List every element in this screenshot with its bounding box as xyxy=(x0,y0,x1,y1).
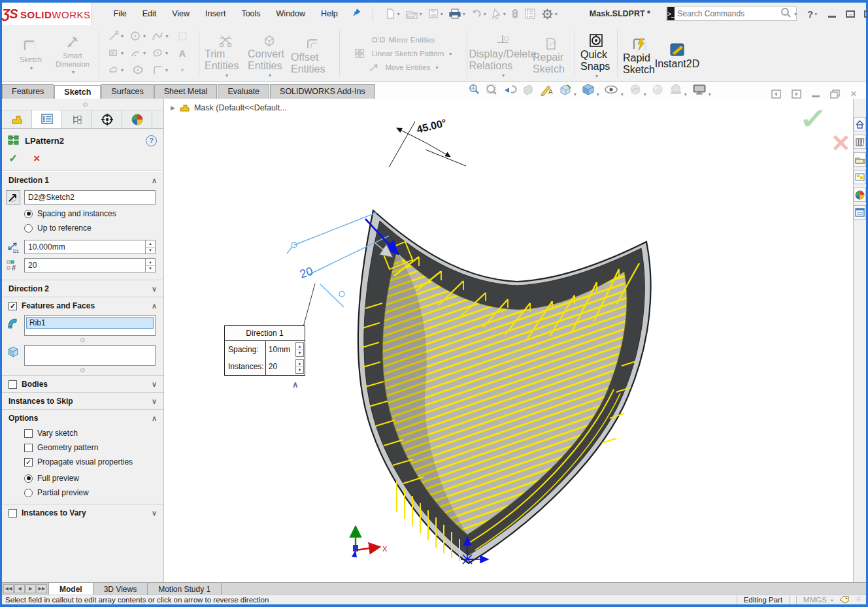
circle-tool-button[interactable]: ▾ xyxy=(127,31,149,42)
tab-surfaces[interactable]: Surfaces xyxy=(101,84,153,99)
features-list-resize-grip[interactable] xyxy=(80,338,85,342)
ellipse-tool-button[interactable]: ▾ xyxy=(149,48,171,59)
help-dropdown-icon[interactable]: ▾ xyxy=(814,11,817,17)
units-selector[interactable]: MMGS▴ xyxy=(803,596,833,604)
search-scope-icon[interactable]: >_ xyxy=(667,7,675,20)
hide-show-items-button[interactable]: ▾ xyxy=(628,83,646,99)
display-style-dropdown-icon[interactable]: ▾ xyxy=(621,91,624,97)
instances-skip-header[interactable]: Instances to Skip∨ xyxy=(2,392,163,409)
shield-model[interactable] xyxy=(358,210,651,563)
convert-entities-button[interactable]: Convert Entities▾ xyxy=(248,29,291,78)
save-dropdown-icon[interactable]: ▾ xyxy=(441,11,443,17)
tab-nav-last[interactable]: ▶▶ xyxy=(37,584,47,593)
move-entities-button[interactable]: Move Entities▾ xyxy=(368,63,438,72)
point-tool-button[interactable] xyxy=(171,67,193,73)
reverse-direction-button[interactable] xyxy=(6,190,20,205)
menu-tools[interactable]: Tools xyxy=(235,7,267,21)
confirm-corner-ok-icon[interactable]: ✓ xyxy=(799,102,827,135)
resize-grip[interactable]: ⠿ xyxy=(856,597,861,603)
direction2-expand-icon[interactable]: ∨ xyxy=(152,285,157,293)
features-faces-checkbox[interactable]: ✓ xyxy=(8,302,17,310)
mirror-entities-button[interactable]: Mirror Entities xyxy=(372,35,435,44)
line-tool-button[interactable]: ▾ xyxy=(105,31,127,42)
smart-dimension-button[interactable]: Smart Dimension▾ xyxy=(52,32,93,75)
undo-dropdown-icon[interactable]: ▾ xyxy=(484,11,486,17)
section-dropdown-icon[interactable]: ▾ xyxy=(574,91,576,97)
trim-dropdown-icon[interactable]: ▾ xyxy=(225,73,228,78)
quick-snaps-dropdown-icon[interactable]: ▾ xyxy=(595,73,598,79)
direction1-collapse-icon[interactable]: ∧ xyxy=(152,176,157,185)
rectangle-tool-button[interactable]: ▾ xyxy=(105,48,127,59)
spacing-input[interactable]: 10.000mm▲▼ xyxy=(24,240,156,254)
span-displays-button[interactable]: ↔ xyxy=(846,10,855,18)
mouse-gesture-icon[interactable] xyxy=(509,7,521,21)
3d-views-tab[interactable]: 3D Views xyxy=(93,583,148,595)
relations-dropdown-icon[interactable]: ▾ xyxy=(502,73,505,78)
view-palette-icon[interactable] xyxy=(854,170,866,184)
design-library-icon[interactable] xyxy=(854,135,866,149)
tag-icon[interactable] xyxy=(839,596,850,604)
pin-menu-icon[interactable] xyxy=(351,8,361,20)
convert-dropdown-icon[interactable]: ▾ xyxy=(269,73,271,78)
tab-sketch[interactable]: Sketch xyxy=(54,85,101,99)
tree-expand-icon[interactable]: ▶ xyxy=(171,105,175,111)
select-dropdown-icon[interactable]: ▾ xyxy=(503,11,506,17)
menu-insert[interactable]: Insert xyxy=(199,7,232,21)
maximize-button[interactable] xyxy=(864,10,868,18)
doc-restore-icon[interactable] xyxy=(830,90,840,99)
previous-view-button[interactable] xyxy=(503,83,517,99)
display-delete-relations-button[interactable]: Display/Delete Relations▾ xyxy=(473,29,533,78)
pattern-direction-field[interactable]: D2@Sketch2 xyxy=(24,190,156,205)
bodies-header[interactable]: Bodies∨ xyxy=(2,375,163,392)
repair-sketch-button[interactable]: Repair Sketch xyxy=(533,33,569,75)
options-header[interactable]: Options∧ xyxy=(2,409,163,426)
propagate-visual-properties-option[interactable]: ✓Propagate visual properties xyxy=(2,455,163,469)
edit-appearance-button[interactable] xyxy=(651,83,664,99)
configuration-manager-tab[interactable] xyxy=(62,110,92,128)
arc-tool-button[interactable]: ▾ xyxy=(127,48,149,59)
options-collapse-icon[interactable]: ∧ xyxy=(152,414,157,423)
new-document-button[interactable]: ▾ xyxy=(382,7,402,21)
features-to-pattern-list[interactable]: Rib1 xyxy=(24,315,156,336)
view-settings-dropdown-icon[interactable]: ▾ xyxy=(709,91,711,97)
tab-evaluate[interactable]: Evaluate xyxy=(218,84,269,99)
quick-snaps-button[interactable]: Quick Snaps▾ xyxy=(580,29,612,79)
pm-cancel-button[interactable]: × xyxy=(33,152,40,165)
property-manager-tab[interactable] xyxy=(32,110,62,128)
display-manager-tab[interactable] xyxy=(122,110,152,128)
tab-nav-prev[interactable]: ◀ xyxy=(14,584,25,593)
text-tool-button[interactable]: A xyxy=(171,48,193,59)
minimize-button[interactable] xyxy=(828,11,836,18)
section-tools-button[interactable]: ▾ xyxy=(558,83,576,99)
orientation-dropdown-icon[interactable]: ▾ xyxy=(597,91,599,97)
view-settings-button[interactable]: ▾ xyxy=(692,83,711,99)
section-view-button[interactable] xyxy=(522,83,535,99)
partial-preview-option[interactable]: Partial preview xyxy=(2,485,163,500)
instance-count-input[interactable]: 20▲▼ xyxy=(24,258,156,272)
menu-view[interactable]: View xyxy=(165,7,196,21)
faces-to-pattern-list[interactable] xyxy=(24,345,156,366)
print-dropdown-icon[interactable]: ▾ xyxy=(463,11,465,17)
instances-vary-checkbox[interactable] xyxy=(8,509,17,517)
home-icon[interactable] xyxy=(854,117,866,131)
confirm-corner-cancel-icon[interactable]: × xyxy=(832,125,850,160)
spline-tool-button[interactable]: ▾ xyxy=(149,31,171,42)
display-style-button[interactable]: ▾ xyxy=(604,83,624,99)
callout-instances-value[interactable]: 20 xyxy=(266,362,295,371)
options-gear-button[interactable]: ▾ xyxy=(539,7,559,22)
motion-study-tab[interactable]: Motion Study 1 xyxy=(148,583,222,595)
scene-dropdown-icon[interactable]: ▾ xyxy=(684,91,687,97)
feature-tree-root[interactable]: ▶ Mask (Default<<Default... xyxy=(171,103,287,112)
search-icon[interactable] xyxy=(780,7,792,21)
instances-vary-expand-icon[interactable]: ∨ xyxy=(152,509,157,517)
help-button[interactable]: ? xyxy=(807,8,813,20)
instances-vary-header[interactable]: Instances to Vary∨ xyxy=(2,504,163,521)
sketch-dropdown-icon[interactable]: ▾ xyxy=(30,65,33,71)
callout-spacing-value[interactable]: 10mm xyxy=(266,345,295,354)
feature-item-rib1[interactable]: Rib1 xyxy=(26,317,154,329)
open-button[interactable]: ▾ xyxy=(403,7,424,21)
sketch-button[interactable]: Sketch▾ xyxy=(10,36,52,71)
polygon-tool-button[interactable] xyxy=(127,65,149,76)
menu-help[interactable]: Help xyxy=(314,7,344,21)
new-dropdown-icon[interactable]: ▾ xyxy=(397,11,400,17)
